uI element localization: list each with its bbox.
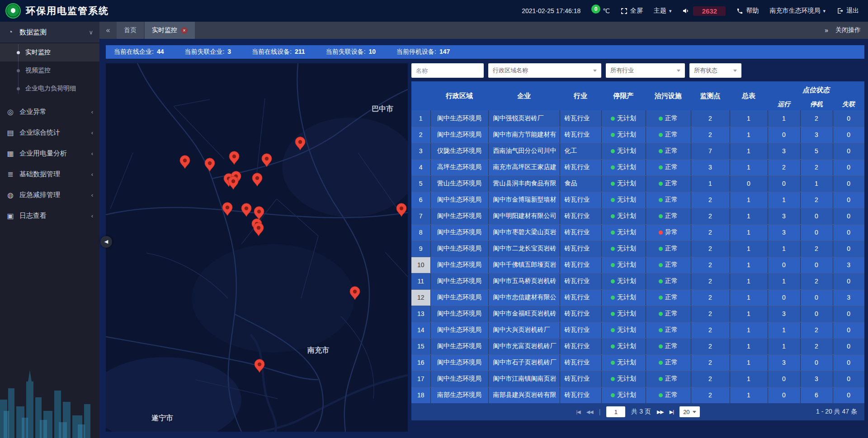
cell-stop-status: 无计划 bbox=[601, 338, 646, 354]
fullscreen-button[interactable]: 全屏 bbox=[621, 7, 643, 15]
cell-offline: 3 bbox=[833, 257, 864, 273]
table-row[interactable]: 5营山生态环境局营山县润丰肉食品有限食品无计划正常10010 bbox=[411, 175, 864, 192]
table-row[interactable]: 13阆中生态环境局阆中市金福旺页岩机砖砖瓦行业无计划正常21300 bbox=[411, 306, 864, 322]
cell-stop-status: 无计划 bbox=[601, 354, 646, 371]
map-collapse-button[interactable]: ◀ bbox=[100, 236, 112, 248]
app-logo-icon bbox=[5, 3, 21, 19]
stats-bar: 当前在线企业:44当前失联企业:3当前在线设备:211当前失联设备:10当前停机… bbox=[106, 45, 864, 59]
table-row[interactable]: 18南部生态环境局南部县建兴页岩砖有限砖瓦行业无计划正常21060 bbox=[411, 387, 864, 403]
sidebar-group-data-monitoring[interactable]: ◔数据监测∨ bbox=[0, 22, 99, 42]
sidebar-group-electricity-analysis[interactable]: ▦企业用电量分析‹ bbox=[0, 143, 99, 164]
map-panel[interactable]: 巴中市南充市遂宁市 ◀ bbox=[106, 63, 408, 432]
table-row[interactable]: 7阆中生态环境局阆中明阳建材有限公司砖瓦行业无计划正常21300 bbox=[411, 208, 864, 224]
last-page-button[interactable]: ▶| bbox=[670, 409, 674, 415]
tabs-scroll-left-button[interactable]: « bbox=[99, 22, 117, 39]
sidebar-group-label: 数据监测 bbox=[19, 28, 47, 37]
table-row[interactable]: 12阆中生态环境局阆中市忠信建材有限公砖瓦行业无计划正常21003 bbox=[411, 289, 864, 306]
alarm-indicator[interactable]: 2632 bbox=[682, 6, 726, 16]
stat-label: 当前失联设备: bbox=[326, 48, 366, 55]
sidebar-group-basic-data[interactable]: ≣基础数据管理‹ bbox=[0, 164, 99, 184]
speaker-icon bbox=[682, 7, 689, 14]
sidebar-group-enterprise-statistics[interactable]: ▤企业综合统计‹ bbox=[0, 122, 99, 143]
table-row[interactable]: 2阆中生态环境局阆中市南方节能建材有砖瓦行业无计划正常21030 bbox=[411, 127, 864, 143]
cell-stopped: 1 bbox=[800, 175, 833, 192]
chart-icon: ▦ bbox=[6, 149, 14, 158]
cell-offline: 0 bbox=[833, 338, 864, 354]
cell-facility-status: 正常 bbox=[646, 240, 691, 257]
table-row[interactable]: 16阆中生态环境局阆中市石子页岩机砖厂砖瓦行业无计划正常21300 bbox=[411, 354, 864, 371]
bullet-icon bbox=[17, 87, 20, 90]
sidebar-group-log-view[interactable]: ▣日志查看‹ bbox=[0, 205, 99, 226]
cell-offline: 0 bbox=[833, 159, 864, 175]
filter-bar: 行政区域名称 所有行业 所有状态 bbox=[411, 63, 864, 78]
sidebar-group-enterprise-abnormal[interactable]: ◎企业异常‹ bbox=[0, 101, 99, 122]
green-status-dot-icon bbox=[611, 263, 615, 267]
table-row[interactable]: 17阆中生态环境局阆中市江南镇阆南页岩砖瓦行业无计划正常21030 bbox=[411, 371, 864, 387]
table-row[interactable]: 6阆中生态环境局阆中市金博瑞新型墙材砖瓦行业无计划正常21120 bbox=[411, 192, 864, 208]
logout-label: 退出 bbox=[846, 7, 859, 15]
cell-stop-status: 无计划 bbox=[601, 322, 646, 338]
cell-offline: 0 bbox=[833, 143, 864, 159]
sidebar-item-power-load-detail[interactable]: 企业电力负荷明细 bbox=[0, 80, 99, 98]
sidebar-group-emergency-reduction[interactable]: ◍应急减排管理‹ bbox=[0, 184, 99, 205]
page-size-select[interactable]: 20 bbox=[679, 406, 699, 417]
sidebar-item-video-monitoring[interactable]: 视频监控 bbox=[0, 61, 99, 80]
green-status-dot-icon bbox=[611, 198, 615, 202]
cell-region: 阆中生态环境局 bbox=[430, 273, 488, 289]
region-filter-select[interactable]: 行政区域名称 bbox=[488, 63, 601, 78]
cell-stopped: 2 bbox=[800, 110, 833, 127]
industry-filter-select[interactable]: 所有行业 bbox=[606, 63, 685, 78]
cell-company: 营山县润丰肉食品有限 bbox=[488, 175, 560, 192]
table-row[interactable]: 11阆中生态环境局阆中市五马桥页岩机砖砖瓦行业无计划正常21120 bbox=[411, 273, 864, 289]
prev-page-button[interactable]: ◀◀ bbox=[586, 409, 593, 415]
cell-offline: 0 bbox=[833, 273, 864, 289]
top-header: 环保用电监管系统 2021-02-25 17:46:18 0 ℃ 全屏 主题 ▾… bbox=[0, 0, 868, 22]
cell-monitor-points: 2 bbox=[691, 257, 730, 273]
first-page-button[interactable]: |◀ bbox=[576, 409, 580, 415]
tabs-scroll-right-button[interactable]: » bbox=[825, 27, 828, 34]
name-filter-input[interactable] bbox=[411, 63, 484, 78]
org-menu[interactable]: 南充市生态环境局 ▾ bbox=[769, 7, 826, 15]
cell-running: 1 bbox=[768, 322, 800, 338]
stat-label: 当前在线企业: bbox=[114, 48, 154, 55]
tabs: 首页实时监控× bbox=[117, 22, 195, 39]
cell-running: 3 bbox=[768, 306, 800, 322]
tab-realtime-monitoring[interactable]: 实时监控× bbox=[145, 22, 195, 39]
green-status-dot-icon bbox=[659, 149, 663, 153]
cell-running: 3 bbox=[768, 143, 800, 159]
table-row[interactable]: 15阆中生态环境局阆中市光富页岩机砖厂砖瓦行业无计划正常21120 bbox=[411, 338, 864, 354]
next-page-button[interactable]: ▶▶ bbox=[657, 409, 664, 415]
page-number-input[interactable] bbox=[606, 406, 625, 417]
sidebar-item-realtime-monitoring[interactable]: 实时监控 bbox=[0, 43, 99, 61]
col-offline: 失联 bbox=[833, 99, 864, 110]
col-points: 监测点 bbox=[691, 81, 730, 110]
table-row[interactable]: 8阆中生态环境局阆中市枣碧大梁山页岩砖瓦行业无计划异常21300 bbox=[411, 224, 864, 240]
cell-industry: 砖瓦行业 bbox=[560, 354, 601, 371]
table-row[interactable]: 14阆中生态环境局阆中大兴页岩机砖厂砖瓦行业无计划正常21120 bbox=[411, 322, 864, 338]
pagination-controls: |◀ ◀◀ | 共 3 页 ▶▶ ▶| 20 bbox=[576, 406, 699, 417]
logout-button[interactable]: 退出 bbox=[836, 7, 859, 15]
theme-label: 主题 bbox=[654, 7, 666, 15]
cell-stop-status: 无计划 bbox=[601, 257, 646, 273]
status-filter-select[interactable]: 所有状态 bbox=[689, 63, 741, 78]
table-row[interactable]: 1阆中生态环境局阆中强锐页岩砖厂砖瓦行业无计划正常21120 bbox=[411, 110, 864, 127]
theme-menu[interactable]: 主题 ▾ bbox=[654, 7, 672, 15]
close-icon[interactable]: × bbox=[181, 27, 188, 34]
tab-home[interactable]: 首页 bbox=[117, 22, 144, 39]
table-row[interactable]: 10阆中生态环境局阆中千佛镇五郎垭页岩砖瓦行业无计划正常21003 bbox=[411, 257, 864, 273]
cell-monitor-points: 2 bbox=[691, 354, 730, 371]
table-row[interactable]: 4高坪生态环境局南充市高坪区王家店建砖瓦行业无计划正常31220 bbox=[411, 159, 864, 175]
cell-stopped: 5 bbox=[800, 143, 833, 159]
cell-total-meters: 1 bbox=[730, 208, 768, 224]
help-button[interactable]: 帮助 bbox=[736, 7, 759, 15]
cell-stopped: 6 bbox=[800, 387, 833, 403]
enterprise-table: 行政区域 企业 行业 停限产 治污设施 监测点 总表 点位状态 bbox=[411, 81, 864, 403]
map-canvas[interactable]: 巴中市南充市遂宁市 bbox=[106, 63, 408, 432]
close-operations-button[interactable]: 关闭操作 bbox=[835, 26, 861, 34]
table-row[interactable]: 3仪陇生态环境局西南油气田分公司川中化工无计划正常71350 bbox=[411, 143, 864, 159]
cell-stop-status: 无计划 bbox=[601, 273, 646, 289]
chevron-down-icon: ▾ bbox=[669, 8, 672, 14]
table-row[interactable]: 9阆中生态环境局阆中市二龙长宝页岩砖砖瓦行业无计划正常21120 bbox=[411, 240, 864, 257]
cell-total-meters: 1 bbox=[730, 371, 768, 387]
cell-total-meters: 1 bbox=[730, 354, 768, 371]
